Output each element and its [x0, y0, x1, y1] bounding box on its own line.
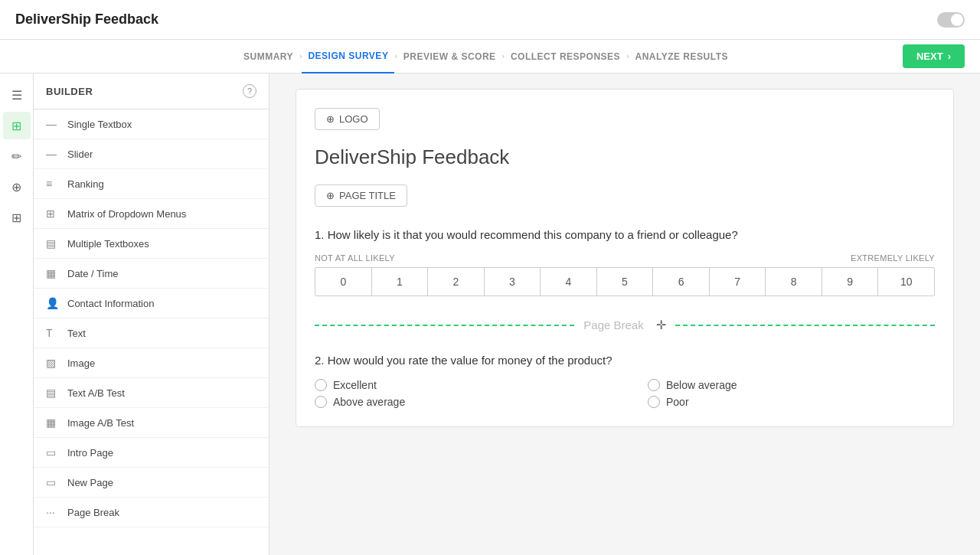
- sidebar-item-text-ab[interactable]: ▤ Text A/B Test: [34, 378, 269, 408]
- radio-excellent-circle: [315, 379, 327, 391]
- scale-label-right: EXTREMELY LIKELY: [851, 253, 935, 263]
- nav-analyze-results[interactable]: ANALYZE RESULTS: [629, 40, 734, 73]
- scale-cell-8[interactable]: 8: [766, 268, 822, 295]
- next-button[interactable]: NEXT ›: [903, 44, 965, 68]
- sidebar-item-contact-info[interactable]: 👤 Contact Information: [34, 289, 269, 318]
- icon-bar-pencil[interactable]: ✏: [3, 142, 31, 170]
- radio-below-average-circle: [648, 379, 660, 391]
- sidebar-item-new-page[interactable]: ▭ New Page: [34, 468, 269, 498]
- survey-card: ⊕ LOGO DeliverShip Feedback ⊕ PAGE TITLE…: [296, 89, 954, 427]
- sidebar: BUILDER ? — Single Textbox — Slider ≡ Ra…: [34, 73, 270, 555]
- image-ab-icon: ▦: [46, 416, 60, 429]
- radio-poor[interactable]: Poor: [648, 396, 935, 408]
- dash-line-left: [315, 325, 574, 326]
- scale-cell-1[interactable]: 1: [372, 268, 429, 295]
- nav-collect-responses[interactable]: COLLECT RESPONSES: [505, 40, 626, 73]
- icon-bar: ☰ ⊞ ✏ ⊕ ⊞: [0, 73, 34, 555]
- question-1-text: 1. How likely is it that you would recom…: [315, 228, 935, 241]
- text-ab-icon: ▤: [46, 387, 60, 399]
- nav-preview-score[interactable]: PREVIEW & SCORE: [397, 40, 502, 73]
- sidebar-help-icon[interactable]: ?: [243, 84, 256, 98]
- image-icon: ▨: [46, 357, 60, 369]
- page-break-plus-icon[interactable]: ✛: [656, 318, 666, 332]
- scale-cell-5[interactable]: 5: [597, 268, 654, 295]
- page-break-icon: ···: [46, 506, 60, 518]
- scale-cell-3[interactable]: 3: [485, 268, 541, 295]
- scale-cell-4[interactable]: 4: [541, 268, 597, 295]
- sidebar-item-slider[interactable]: — Slider: [34, 139, 269, 169]
- radio-poor-label: Poor: [666, 396, 689, 408]
- single-textbox-icon: —: [46, 118, 60, 130]
- sidebar-item-image[interactable]: ▨ Image: [34, 348, 269, 378]
- question-2-text: 2. How would you rate the value for mone…: [315, 354, 935, 367]
- sidebar-header: BUILDER ?: [34, 73, 269, 109]
- page-break-label: Page Break: [583, 318, 643, 331]
- text-icon: T: [46, 327, 60, 339]
- page-break: Page Break ✛: [315, 318, 935, 332]
- radio-below-average-label: Below average: [666, 379, 737, 391]
- logo-button[interactable]: ⊕ LOGO: [315, 108, 380, 130]
- sidebar-item-page-break[interactable]: ··· Page Break: [34, 498, 269, 527]
- radio-excellent[interactable]: Excellent: [315, 379, 602, 391]
- radio-above-average-label: Above average: [333, 396, 405, 408]
- nps-scale: 012345678910: [315, 267, 935, 296]
- scale-cell-10[interactable]: 10: [878, 268, 934, 295]
- nav-design-survey[interactable]: DESIGN SURVEY: [302, 40, 394, 73]
- sidebar-item-image-ab[interactable]: ▦ Image A/B Test: [34, 408, 269, 438]
- page-title-button[interactable]: ⊕ PAGE TITLE: [315, 184, 407, 207]
- sidebar-item-intro-page[interactable]: ▭ Intro Page: [34, 438, 269, 468]
- scale-cell-9[interactable]: 9: [822, 268, 879, 295]
- plus-icon: ⊕: [326, 113, 335, 125]
- scale-cell-0[interactable]: 0: [315, 268, 372, 295]
- scale-labels: NOT AT ALL LIKELY EXTREMELY LIKELY: [315, 253, 935, 263]
- icon-bar-menu[interactable]: ☰: [3, 81, 31, 109]
- contact-info-icon: 👤: [46, 297, 60, 309]
- sidebar-item-text[interactable]: T Text: [34, 318, 269, 348]
- radio-poor-circle: [648, 396, 660, 408]
- radio-above-average[interactable]: Above average: [315, 396, 602, 408]
- main-content: ⊕ LOGO DeliverShip Feedback ⊕ PAGE TITLE…: [270, 73, 980, 555]
- app-title: DeliverShip Feedback: [15, 11, 158, 28]
- matrix-dropdown-icon: ⊞: [46, 207, 60, 220]
- main-layout: ☰ ⊞ ✏ ⊕ ⊞ BUILDER ? — Single Textbox — S…: [0, 73, 980, 555]
- date-time-icon: ▦: [46, 267, 60, 279]
- sidebar-item-matrix-dropdown[interactable]: ⊞ Matrix of Dropdown Menus: [34, 199, 269, 229]
- top-bar: DeliverShip Feedback: [0, 0, 980, 40]
- survey-title: DeliverShip Feedback: [315, 145, 935, 169]
- icon-bar-plus[interactable]: ⊕: [3, 173, 31, 201]
- nav-bar: SUMMARY › DESIGN SURVEY › PREVIEW & SCOR…: [0, 40, 980, 73]
- radio-below-average[interactable]: Below average: [648, 379, 935, 391]
- intro-page-icon: ▭: [46, 446, 60, 459]
- dash-line-right: [675, 325, 935, 326]
- scale-cell-2[interactable]: 2: [428, 268, 485, 295]
- radio-above-average-circle: [315, 396, 327, 408]
- question-2: 2. How would you rate the value for mone…: [315, 354, 935, 408]
- toggle-switch[interactable]: [937, 12, 965, 28]
- slider-icon: —: [46, 148, 60, 160]
- multiple-textboxes-icon: ▤: [46, 237, 60, 250]
- icon-bar-settings[interactable]: ⊞: [3, 204, 31, 231]
- icon-bar-grid[interactable]: ⊞: [3, 112, 31, 139]
- scale-cell-6[interactable]: 6: [653, 268, 710, 295]
- sidebar-item-ranking[interactable]: ≡ Ranking: [34, 169, 269, 199]
- new-page-icon: ▭: [46, 476, 60, 488]
- ranking-icon: ≡: [46, 178, 60, 190]
- scale-label-left: NOT AT ALL LIKELY: [315, 253, 395, 263]
- radio-excellent-label: Excellent: [333, 379, 377, 391]
- page-title-plus-icon: ⊕: [326, 190, 335, 201]
- sidebar-item-date-time[interactable]: ▦ Date / Time: [34, 259, 269, 289]
- question-1: 1. How likely is it that you would recom…: [315, 228, 935, 296]
- top-bar-right: [937, 12, 965, 28]
- sidebar-title: BUILDER: [46, 86, 93, 97]
- radio-options: Excellent Below average Above average Po…: [315, 379, 935, 408]
- nav-summary[interactable]: SUMMARY: [237, 40, 299, 73]
- sidebar-item-multiple-textboxes[interactable]: ▤ Multiple Textboxes: [34, 229, 269, 259]
- sidebar-item-single-textbox[interactable]: — Single Textbox: [34, 109, 269, 139]
- scale-cell-7[interactable]: 7: [710, 268, 766, 295]
